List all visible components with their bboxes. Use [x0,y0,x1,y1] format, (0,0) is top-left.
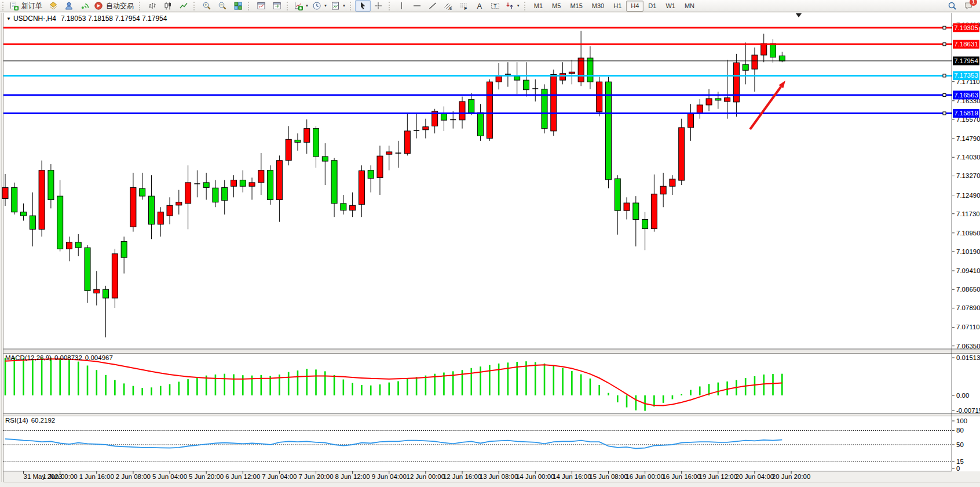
chart-shift-button[interactable] [269,0,284,12]
periods-button[interactable]: ▼ [310,0,329,12]
rsi-name: RSI(14) [5,417,28,424]
timeframe-m1-button[interactable]: M1 [529,1,547,12]
auto-trading-button[interactable]: 自动交易 [92,0,137,12]
add-indicator-button[interactable]: ▼ [292,0,310,12]
toolbar-group-grip [248,2,251,10]
candle-body [660,186,666,194]
trendline-icon [428,1,437,10]
svg-text:1 Jun 00:00: 1 Jun 00:00 [43,473,78,480]
main-toolbar: 新订单自动交易▼▼▼EFAT▼M1M5M15M30H1H4D1W1MN1 [0,0,980,12]
candle-body [140,188,145,196]
trendline-button[interactable] [425,0,441,12]
new-order-button[interactable]: 新订单 [8,0,45,12]
candle-body [249,183,255,186]
candle-body [779,56,785,61]
candle-body [733,63,739,102]
timeframe-h4-button[interactable]: H4 [626,1,643,12]
crosshair-button[interactable] [371,0,386,12]
fibonacci-button[interactable]: F [456,0,472,12]
horizontal-line-button[interactable] [409,0,425,12]
svg-text:7.13270: 7.13270 [956,172,980,179]
text-button[interactable]: A [472,0,488,12]
timeframe-m5-button[interactable]: M5 [547,1,565,12]
svg-text:7.16563: 7.16563 [954,92,978,99]
timeframe-m30-button[interactable]: M30 [587,1,609,12]
svg-text:9 Jun 04:00: 9 Jun 04:00 [372,473,407,480]
candle-body [514,77,520,80]
candle-body [560,74,566,80]
timeframe-d1-button[interactable]: D1 [643,1,661,12]
expert-advisor-icon [64,1,74,10]
zoom-out-button[interactable] [214,0,230,12]
line-handle[interactable] [943,26,946,29]
cursor-icon [358,1,367,10]
candle-body [651,194,657,229]
chart-ohlc-values: 7.18053 7.18158 7.17954 7.17954 [61,14,167,23]
candle-body [715,99,721,100]
line-handle[interactable] [943,112,946,115]
signals-button[interactable] [76,0,92,12]
candle-body [130,187,136,227]
timeframe-mn-button[interactable]: MN [680,1,699,12]
search-button[interactable] [948,1,957,10]
timeframe-m15-button[interactable]: M15 [565,1,587,12]
templates-button[interactable]: ▼ [329,0,348,12]
timeframe-w1-button[interactable]: W1 [661,1,680,12]
line-handle[interactable] [943,93,946,96]
svg-text:5 Jun 20:00: 5 Jun 20:00 [189,473,224,480]
line-chart-button[interactable] [175,0,191,12]
candle-body [148,196,154,224]
tile-windows-button[interactable] [230,0,246,12]
dropdown-caret-icon[interactable]: ▼ [342,4,346,8]
line-handle[interactable] [943,74,946,77]
dropdown-caret-icon[interactable]: ▼ [324,4,327,8]
signals-icon [80,1,89,10]
svg-text:8 Jun 12:00: 8 Jun 12:00 [335,473,370,480]
zoom-in-button[interactable] [199,0,214,12]
candle-body [30,216,35,229]
arrows-button[interactable]: ▼ [503,0,522,12]
candle-body [679,128,685,180]
svg-text:6 Jun 12:00: 6 Jun 12:00 [225,473,260,480]
candles-chart-button[interactable] [160,0,175,12]
svg-text:7.17954: 7.17954 [954,57,978,64]
candle-body [478,112,484,136]
chart-shift-icon [272,1,281,10]
svg-text:13 Jun 08:00: 13 Jun 08:00 [480,473,518,480]
add-indicator-icon [294,1,303,10]
text-icon: A [475,1,484,10]
auto-arrange-button[interactable] [253,0,269,12]
notifications-button[interactable]: 1 [964,1,973,10]
candle-body [240,180,246,187]
svg-text:16 Jun 16:00: 16 Jun 16:00 [662,473,701,480]
candle-body [441,114,447,120]
candle-body [121,242,127,258]
candle-body [213,188,218,202]
expert-advisors-button[interactable] [61,0,76,12]
svg-text:7.17353: 7.17353 [954,72,978,79]
pane-splitter[interactable] [3,414,980,416]
bars-chart-icon [148,1,157,10]
toolbar-group-grip [193,2,197,10]
dropdown-caret-icon[interactable]: ▼ [517,4,520,8]
dropdown-caret-icon[interactable]: ▼ [305,4,309,8]
vertical-line-button[interactable] [394,0,409,12]
candle-body [551,74,557,130]
candle-body [423,127,429,130]
bars-chart-button[interactable] [144,0,160,12]
time-axis[interactable]: 31 May 20231 Jun 00:001 Jun 16:002 Jun 0… [24,471,811,480]
candle-body [578,58,584,82]
layouts-button[interactable] [45,0,61,12]
equidistant-channel-button[interactable]: E [441,0,456,12]
collapse-icon[interactable]: ▼ [6,16,11,21]
timeframe-h1-button[interactable]: H1 [609,1,626,12]
svg-text:7.14790: 7.14790 [956,135,980,142]
text-label-button[interactable]: T [488,0,503,12]
svg-text:7.14030: 7.14030 [956,154,980,161]
candle-body [176,202,182,205]
pane-splitter[interactable] [3,350,980,353]
candle-body [404,131,410,154]
line-handle[interactable] [943,43,946,46]
cursor-button[interactable] [355,0,371,12]
svg-text:7.07110: 7.07110 [956,324,980,330]
